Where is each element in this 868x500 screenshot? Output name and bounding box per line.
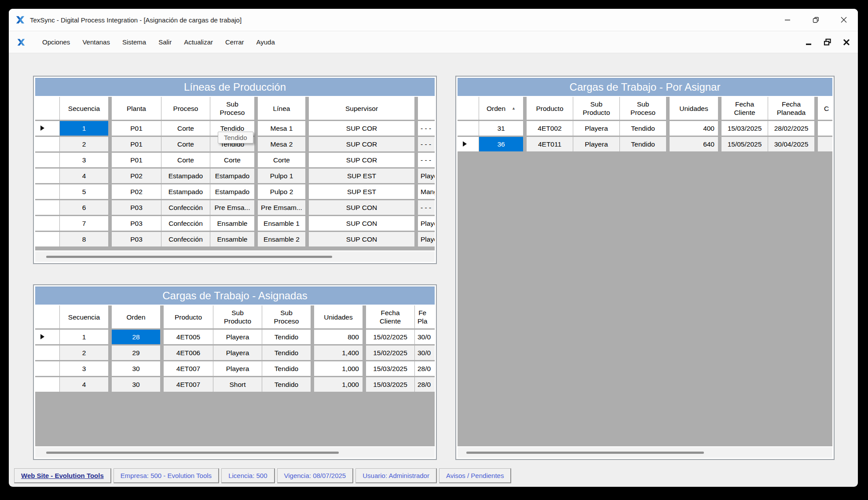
cell[interactable]: 5 (60, 184, 108, 199)
cell[interactable]: 3 (60, 153, 108, 167)
table-row[interactable]: 4304ET007ShortTendido1,00015/03/202528/0 (35, 377, 435, 392)
website-link[interactable]: Web Site - Evolution Tools (14, 468, 111, 483)
column-header[interactable]: Secuencia (60, 97, 108, 120)
table-row[interactable]: 2294ET006PlayeraTendido1,40015/02/202530… (35, 346, 435, 360)
close-button[interactable] (830, 9, 858, 31)
table-row[interactable]: 3P01CorteCorteCorteSUP COR- - - (35, 153, 435, 167)
cell[interactable]: Pre Emsam... (258, 200, 305, 215)
column-header[interactable]: Orden (112, 305, 160, 328)
cell[interactable]: 3 (60, 361, 108, 376)
cell[interactable] (818, 121, 832, 136)
restore-button[interactable] (802, 9, 830, 31)
menu-item-sistema[interactable]: Sistema (116, 35, 152, 49)
cell[interactable]: Playera (573, 137, 619, 151)
cell[interactable]: Playe (418, 169, 435, 183)
cell[interactable]: 2 (60, 346, 108, 360)
table-row[interactable]: 364ET011PlayeraTendido64015/05/202530/04… (458, 137, 832, 151)
column-header[interactable]: Línea (258, 97, 305, 120)
table-row[interactable]: 314ET002PlayeraTendido40015/03/202528/02… (458, 121, 832, 136)
cell[interactable]: 4ET007 (164, 377, 213, 392)
column-header[interactable]: C (818, 97, 832, 120)
cell[interactable]: Tendido (262, 377, 311, 392)
mdi-restore-button[interactable] (824, 38, 831, 46)
cell[interactable]: Playera (213, 346, 262, 360)
cell[interactable]: Confección (161, 200, 210, 215)
column-header[interactable]: Sub Producto (573, 97, 619, 120)
cell[interactable]: Pre Emsa... (210, 200, 254, 215)
cell[interactable]: Corte (161, 121, 210, 136)
cell[interactable]: - - - (418, 121, 435, 136)
column-header[interactable]: Unidades (670, 97, 718, 120)
mdi-close-button[interactable] (843, 39, 850, 46)
cell[interactable]: Estampado (210, 184, 254, 199)
scrollbar-thumb[interactable] (46, 452, 339, 454)
menu-item-opciones[interactable]: Opciones (36, 35, 76, 49)
cell[interactable]: Mesa 2 (258, 137, 305, 151)
cell[interactable]: 15/03/2025 (722, 121, 768, 136)
cell[interactable]: 640 (670, 137, 718, 151)
column-header[interactable]: Sub Proceso (620, 97, 666, 120)
cell[interactable]: 4ET005 (164, 330, 213, 344)
cell[interactable]: - - - (418, 153, 435, 167)
cell[interactable]: 7 (60, 216, 108, 231)
cell[interactable]: 4ET011 (527, 137, 573, 151)
menu-item-cerrar[interactable]: Cerrar (219, 35, 250, 49)
column-header[interactable]: Sub Producto (213, 305, 262, 328)
column-header[interactable]: Fe Pla (415, 305, 435, 328)
column-header[interactable]: Sub Proceso (210, 97, 254, 120)
cell[interactable]: Estampado (210, 169, 254, 183)
scrollbar-thumb[interactable] (466, 452, 704, 454)
column-header[interactable]: Producto (164, 305, 213, 328)
cell[interactable]: Corte (258, 153, 305, 167)
column-header[interactable] (35, 305, 59, 328)
cell[interactable]: - - - (418, 137, 435, 151)
cell[interactable]: Tendido (262, 330, 311, 344)
cell[interactable]: 30/0 (415, 330, 435, 344)
cell[interactable]: P01 (112, 153, 161, 167)
column-header[interactable]: Fecha Cliente (366, 305, 414, 328)
cell[interactable]: Mesa 1 (258, 121, 305, 136)
cell[interactable]: 4ET002 (527, 121, 573, 136)
selected-cell[interactable]: 36 (479, 137, 523, 151)
cell[interactable]: Mang (418, 184, 435, 199)
cell[interactable]: SUP COR (309, 121, 414, 136)
table-row[interactable]: 4P02EstampadoEstampadoPulpo 1SUP ESTPlay… (35, 169, 435, 183)
cell[interactable]: Corte (161, 137, 210, 151)
cell[interactable]: 1,400 (314, 346, 363, 360)
cell[interactable]: Ensamble 2 (258, 232, 305, 246)
cell[interactable]: P03 (112, 216, 161, 231)
cell[interactable]: 30/0 (415, 346, 435, 360)
column-header[interactable]: Sub Proceso (262, 305, 311, 328)
cell[interactable]: 15/02/2025 (366, 346, 414, 360)
column-header[interactable] (458, 97, 479, 120)
cell[interactable]: SUP CON (309, 216, 414, 231)
cell[interactable]: 2 (60, 137, 108, 151)
cell[interactable]: Estampado (161, 169, 210, 183)
cell[interactable]: P02 (112, 184, 161, 199)
menu-item-ayuda[interactable]: Ayuda (250, 35, 281, 49)
cell[interactable]: 15/03/2025 (366, 377, 414, 392)
cell[interactable]: 4 (60, 377, 108, 392)
horizontal-scrollbar[interactable] (35, 251, 435, 262)
cell[interactable]: SUP EST (309, 184, 414, 199)
cell[interactable]: Pulpo 1 (258, 169, 305, 183)
table-row[interactable]: 8P03ConfecciónEnsambleEnsamble 2SUP CONP… (35, 232, 435, 246)
column-header[interactable]: Producto (527, 97, 573, 120)
column-header[interactable]: Fecha Planeada (768, 97, 814, 120)
cell[interactable]: Ensamble (210, 232, 254, 246)
cell[interactable]: P02 (112, 169, 161, 183)
cell[interactable]: - - - (418, 200, 435, 215)
menu-item-actualizar[interactable]: Actualizar (178, 35, 219, 49)
scrollbar-thumb[interactable] (46, 256, 332, 258)
cell[interactable]: 1,000 (314, 361, 363, 376)
cell[interactable]: 28/0 (415, 377, 435, 392)
cell[interactable]: 800 (314, 330, 363, 344)
cell[interactable]: 15/05/2025 (722, 137, 768, 151)
cell[interactable]: Playera (213, 330, 262, 344)
cell[interactable]: Confección (161, 216, 210, 231)
cell[interactable]: 1,000 (314, 377, 363, 392)
cell[interactable]: Tendido (262, 361, 311, 376)
cell[interactable]: SUP EST (309, 169, 414, 183)
cell[interactable]: 4 (60, 169, 108, 183)
cell[interactable]: Playera (213, 361, 262, 376)
